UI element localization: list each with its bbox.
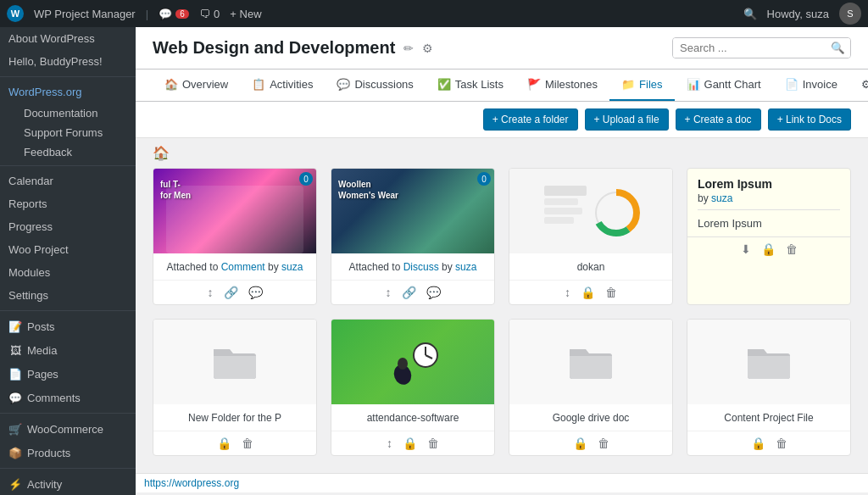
tab-milestones[interactable]: 🚩 Milestones xyxy=(515,70,609,101)
top-search-icon[interactable]: 🔍 xyxy=(743,8,757,20)
file-card-gdrive[interactable]: Google drive doc 🔒 🗑 xyxy=(509,319,673,456)
tab-settings[interactable]: ⚙ Settings xyxy=(849,70,868,101)
sidebar-item-feedback[interactable]: Feedback xyxy=(0,142,136,162)
comment-badge-1: 0 xyxy=(299,172,313,186)
move-icon-3[interactable]: ↕ xyxy=(565,286,570,299)
tab-task-lists[interactable]: ✅ Task Lists xyxy=(426,70,515,101)
tab-invoice[interactable]: 📄 Invoice xyxy=(773,70,849,101)
tab-overview[interactable]: 🏠 Overview xyxy=(153,70,240,101)
file-attached-label-1: Attached to xyxy=(167,261,221,273)
file-by-user-2[interactable]: suza xyxy=(455,261,476,273)
file-by-user-1[interactable]: suza xyxy=(281,261,303,273)
sidebar-item-media[interactable]: 🖼 Media xyxy=(0,338,136,362)
comment-badge-2: 0 xyxy=(477,172,491,186)
sidebar-item-calendar[interactable]: Calendar xyxy=(0,170,136,192)
sidebar-item-documentation[interactable]: Documentation xyxy=(0,103,136,123)
sidebar-item-support-forums[interactable]: Support Forums xyxy=(0,123,136,142)
file-actions-2: ↕ 🔗 💬 xyxy=(331,280,494,304)
link-docs-button[interactable]: + Link to Docs xyxy=(768,108,851,131)
sidebar-item-posts[interactable]: 📝 Posts xyxy=(0,314,136,338)
settings-gear-icon[interactable]: ⚙ xyxy=(422,42,433,55)
sidebar-item-reports[interactable]: Reports xyxy=(0,192,136,215)
tab-files-label: Files xyxy=(639,78,662,91)
tab-gantt-chart[interactable]: 📊 Gantt Chart xyxy=(675,70,773,101)
top-bar-new[interactable]: + New xyxy=(230,8,261,20)
file-card-women[interactable]: WoollenWomen's Wear 0 Attached to Discus… xyxy=(331,168,495,305)
move-icon-6[interactable]: ↕ xyxy=(387,437,392,450)
file-card-tshirt[interactable]: ful T-for Men 0 Attached to Comment by s… xyxy=(153,168,317,305)
lock-icon-7[interactable]: 🔒 xyxy=(573,437,587,450)
tab-discussions[interactable]: 💬 Discussions xyxy=(325,70,425,101)
wp-logo-area[interactable]: W xyxy=(7,5,24,22)
edit-icon[interactable]: ✏ xyxy=(403,42,414,55)
tab-invoice-label: Invoice xyxy=(803,78,837,91)
posts-icon: 📝 xyxy=(8,320,22,333)
create-doc-button[interactable]: + Create a doc xyxy=(676,108,761,131)
sidebar-item-settings[interactable]: Settings xyxy=(0,284,136,307)
notif-icon: 🗨 xyxy=(199,8,210,20)
tab-activities[interactable]: 📋 Activities xyxy=(240,70,325,101)
tab-task-lists-label: Task Lists xyxy=(455,78,504,91)
file-card-folder1[interactable]: New Folder for the P 🔒 🗑 xyxy=(153,319,317,456)
delete-icon-3[interactable]: 🗑 xyxy=(605,286,617,299)
comment-icon-2[interactable]: 💬 xyxy=(426,286,441,299)
tab-milestones-label: Milestones xyxy=(545,78,598,91)
file-actions-1: ↕ 🔗 💬 xyxy=(153,280,316,304)
files-grid: ful T-for Men 0 Attached to Comment by s… xyxy=(136,168,868,473)
delete-icon-6[interactable]: 🗑 xyxy=(427,437,439,450)
sidebar-item-products[interactable]: 📦 Products xyxy=(0,441,136,464)
sidebar-item-modules[interactable]: Modules xyxy=(0,261,136,284)
comment-icon-1[interactable]: 💬 xyxy=(248,286,263,299)
delete-icon-note[interactable]: 🗑 xyxy=(786,242,798,256)
lock-icon-note[interactable]: 🔒 xyxy=(761,242,776,256)
media-icon: 🖼 xyxy=(8,343,22,357)
link-icon-1[interactable]: 🔗 xyxy=(224,286,238,299)
sidebar-item-pages[interactable]: 📄 Pages xyxy=(0,362,136,386)
top-bar-site-name[interactable]: WP Project Manager xyxy=(34,8,136,20)
user-avatar[interactable]: S xyxy=(839,3,861,25)
top-bar-notifications[interactable]: 🗨 0 xyxy=(199,8,220,20)
lock-icon-5[interactable]: 🔒 xyxy=(217,437,231,450)
home-icon[interactable]: 🏠 xyxy=(153,146,170,160)
sidebar-item-about[interactable]: About WordPress xyxy=(0,27,136,50)
file-comment-link-1[interactable]: Comment xyxy=(221,261,265,273)
note-author-link[interactable]: suza xyxy=(711,192,732,204)
comment-count-badge: 6 xyxy=(175,9,189,19)
sidebar-item-activity[interactable]: ⚡ Activity xyxy=(0,472,136,495)
sidebar-item-progress[interactable]: Progress xyxy=(0,215,136,238)
delete-icon-7[interactable]: 🗑 xyxy=(598,437,609,450)
task-lists-icon: ✅ xyxy=(437,78,451,91)
attendance-filename: attendance-software xyxy=(367,412,459,424)
lock-icon-8[interactable]: 🔒 xyxy=(751,437,765,450)
search-button[interactable]: 🔍 xyxy=(826,38,850,58)
tabs-bar: 🏠 Overview 📋 Activities 💬 Discussions ✅ … xyxy=(136,70,868,102)
sidebar-item-comments[interactable]: 💬 Comments xyxy=(0,386,136,409)
upload-file-button[interactable]: + Upload a file xyxy=(585,108,669,131)
move-icon-1[interactable]: ↕ xyxy=(208,286,214,299)
lock-icon-6[interactable]: 🔒 xyxy=(403,437,417,450)
sidebar-item-hello[interactable]: Hello, BuddyPress! xyxy=(0,50,136,73)
sidebar-divider-4 xyxy=(0,413,136,414)
download-icon-note[interactable]: ⬇ xyxy=(741,242,751,256)
top-bar-comments[interactable]: 💬 6 xyxy=(159,8,189,20)
main-layout: About WordPress Hello, BuddyPress! WordP… xyxy=(0,27,868,495)
sidebar-item-woocommerce[interactable]: 🛒 WooCommerce xyxy=(0,417,136,441)
sidebar-item-wordpress-org[interactable]: WordPress.org xyxy=(0,81,136,103)
delete-icon-5[interactable]: 🗑 xyxy=(242,437,253,450)
lock-icon-3[interactable]: 🔒 xyxy=(581,286,595,299)
file-discuss-link-2[interactable]: Discuss xyxy=(403,261,439,273)
file-card-note[interactable]: Lorem Ipsum by suza Lorem Ipsum ⬇ 🔒 🗑 xyxy=(687,168,851,305)
link-icon-2[interactable]: 🔗 xyxy=(402,286,416,299)
file-card-content-project[interactable]: Content Project File 🔒 🗑 xyxy=(687,319,851,456)
svg-rect-2 xyxy=(544,208,582,214)
dokan-filename: dokan xyxy=(577,261,605,273)
file-card-dokan[interactable]: dokan ↕ 🔒 🗑 xyxy=(509,168,673,305)
delete-icon-8[interactable]: 🗑 xyxy=(776,437,787,450)
tab-files[interactable]: 📁 Files xyxy=(609,70,674,101)
search-input[interactable] xyxy=(673,38,826,58)
create-folder-button[interactable]: + Create a folder xyxy=(483,108,578,131)
move-icon-2[interactable]: ↕ xyxy=(386,286,392,299)
file-thumb-dokan xyxy=(509,169,672,253)
file-card-attendance[interactable]: attendance-software ↕ 🔒 🗑 xyxy=(331,319,495,456)
sidebar-item-woo-project[interactable]: Woo Project xyxy=(0,238,136,261)
